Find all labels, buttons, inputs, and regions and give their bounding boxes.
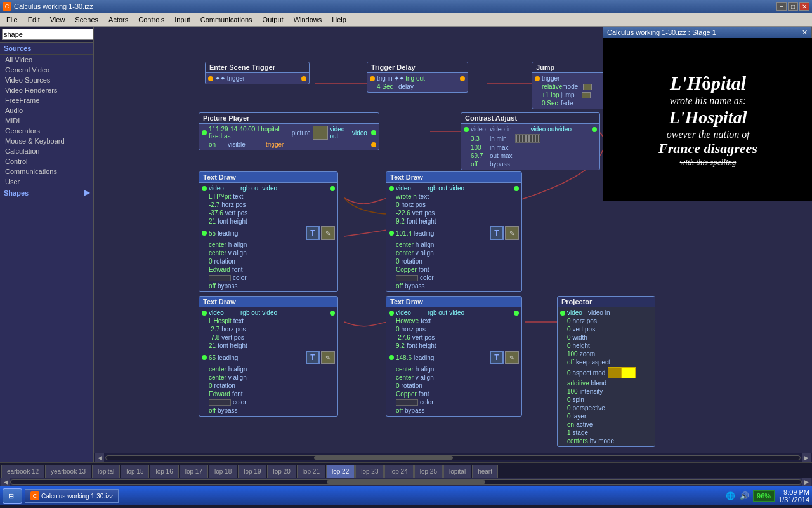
port-td3-out[interactable] [330,311,335,316]
sidebar-item-audio[interactable]: Audio [0,105,93,116]
sidebar-item-video-sources[interactable]: Video Sources [0,75,93,85]
h-scroll-track[interactable] [10,479,802,485]
td4-row-text: Howeve text [388,317,520,325]
port-td3-video[interactable] [202,311,207,316]
td1-edit-icon[interactable]: ✎ [321,226,335,240]
td1-t-icon[interactable]: T [306,226,320,240]
port-td3-leading[interactable] [202,355,207,360]
sidebar-item-calculation[interactable]: Calculation [0,146,93,156]
tab-lop-18[interactable]: lop 18 [209,465,237,478]
scroll-track[interactable] [105,455,801,460]
title-bar-buttons[interactable]: − □ ✕ [776,2,809,11]
maximize-button[interactable]: □ [788,2,798,11]
tab-lop-17[interactable]: lop 17 [180,465,208,478]
menu-item-controls[interactable]: Controls [133,15,169,25]
td4-edit-icon[interactable]: ✎ [505,351,519,364]
port-td2-leading[interactable] [389,231,394,236]
td2-t-icon[interactable]: T [490,226,504,240]
h-scroll-left[interactable]: ◀ [1,478,10,486]
tab-lop-25[interactable]: lop 25 [414,465,443,478]
menu-item-output[interactable]: Output [258,15,289,25]
sidebar-section-shapes[interactable]: Shapes ▶ [0,187,93,199]
sidebar-item-general-video[interactable]: General Video [0,65,93,75]
menu-item-input[interactable]: Input [169,15,195,25]
port-trigger-out[interactable] [301,76,306,81]
taskbar-window-calculus[interactable]: C Calculus working 1-30.izz [25,489,119,503]
sidebar-item-mouse-keyboard[interactable]: Mouse & Keyboard [0,136,93,146]
menu-item-scenes[interactable]: Scenes [70,15,103,25]
port-pp-video-out[interactable] [371,130,376,135]
port-td1-video[interactable] [202,186,207,191]
port-proj-video[interactable] [560,311,565,316]
sidebar-nav: Sources All Video General Video Video So… [0,43,93,462]
port-ca-video-in[interactable] [464,127,469,132]
port-pp-in[interactable] [202,130,207,135]
menu-item-communications[interactable]: Communications [195,15,258,25]
tab-lop-22[interactable]: lop 22 [326,465,355,478]
tab-lop-21[interactable]: lop 21 [297,465,325,478]
scroll-left-arrow[interactable]: ◀ [95,453,104,462]
port-td1-leading[interactable] [202,231,207,236]
port-delay-out[interactable] [460,76,465,81]
td4-horzpos-label: horz pos [402,326,426,333]
port-jump-trigger[interactable] [535,76,540,81]
tab-lop-15[interactable]: lop 15 [121,465,149,478]
sidebar-item-control[interactable]: Control [0,156,93,166]
tab-yearbook-13[interactable]: yearbook 13 [45,465,91,478]
h-scroll-right[interactable]: ▶ [802,478,811,486]
sidebar-item-video-renderers[interactable]: Video Renderers [0,85,93,95]
td4-t-icon[interactable]: T [490,351,504,364]
tab-lopital[interactable]: lopital [443,465,471,478]
port-delay-in[interactable] [370,76,375,81]
sidebar-section-sources[interactable]: Sources [0,43,93,55]
tab-heart[interactable]: heart [472,465,498,478]
port-ca-video-out[interactable] [592,127,597,132]
port-td2-out[interactable] [514,186,519,191]
minimize-button[interactable]: − [776,2,787,11]
scroll-thumb[interactable] [314,456,453,460]
sidebar-item-all-video[interactable]: All Video [0,55,93,65]
sidebar-item-freeframe[interactable]: FreeFrame [0,95,93,105]
menu-item-windows[interactable]: Windows [289,15,327,25]
port-td4-video[interactable] [389,311,394,316]
jump-swatch[interactable] [582,92,591,98]
port-td1-out[interactable] [330,186,335,191]
port-trigger-in[interactable] [208,76,213,81]
jump-mode-swatch[interactable] [583,84,592,90]
td3-rot-label: rotation [214,382,235,389]
port-td4-out[interactable] [514,311,519,316]
menu-item-help[interactable]: Help [327,15,351,25]
td3-edit-icon[interactable]: ✎ [321,351,335,364]
tab-lop-19[interactable]: lop 19 [238,465,266,478]
tab-lopital[interactable]: lopital [92,465,120,478]
port-td4-leading[interactable] [389,355,394,360]
volume-icon[interactable]: 🔊 [739,491,749,501]
menu-item-file[interactable]: File [1,15,23,25]
node-header-jump: Jump [532,62,607,73]
tab-lop-23[interactable]: lop 23 [355,465,384,478]
scroll-right-arrow[interactable]: ▶ [802,453,811,462]
tab-lop-24[interactable]: lop 24 [384,465,413,478]
close-button[interactable]: ✕ [799,2,809,11]
node-row-jump-fade: 0 Sec fade [534,99,606,107]
tab-earbook-12[interactable]: earbook 12 [1,465,44,478]
td4-font-label: font [419,391,438,398]
port-td2-video[interactable] [389,186,394,191]
sidebar-item-generators[interactable]: Generators [0,126,93,136]
canvas-area[interactable]: Enter Scene Trigger ✦✦ trigger - Trigger… [94,27,812,462]
h-scroll-thumb[interactable] [327,480,485,484]
start-button[interactable]: ⊞ [3,488,22,504]
preview-close-icon[interactable]: ✕ [802,29,808,37]
tab-lop-16[interactable]: lop 16 [150,465,178,478]
tab-lop-20[interactable]: lop 20 [267,465,296,478]
td3-t-icon[interactable]: T [306,351,320,364]
sidebar-item-midi[interactable]: MIDI [0,116,93,126]
menu-item-edit[interactable]: Edit [23,15,45,25]
sidebar-item-user[interactable]: User [0,177,93,187]
td2-edit-icon[interactable]: ✎ [505,226,519,240]
search-input[interactable] [2,29,93,40]
port-pp-trigger[interactable] [371,142,376,147]
sidebar-item-communications[interactable]: Communications [0,166,93,177]
menu-item-actors[interactable]: Actors [103,15,133,25]
menu-item-view[interactable]: View [45,15,70,25]
